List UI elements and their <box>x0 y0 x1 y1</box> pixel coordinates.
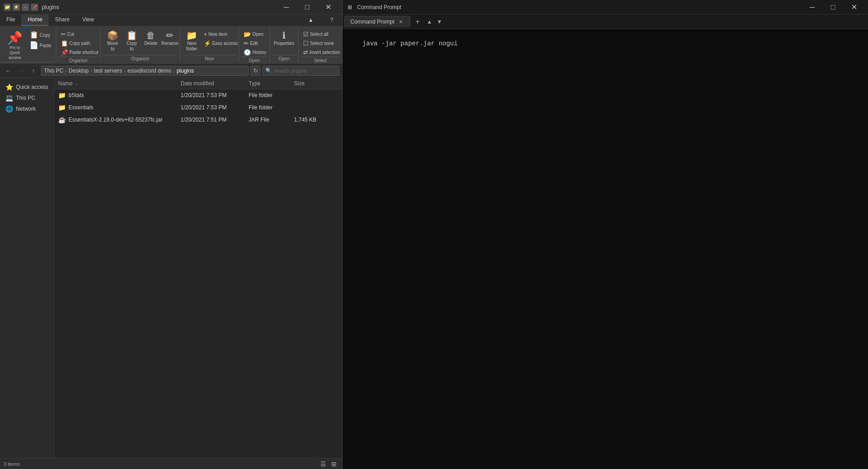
maximize-button[interactable]: □ <box>297 0 318 15</box>
close-button[interactable]: ✕ <box>318 0 338 15</box>
tab-share[interactable]: Share <box>49 15 76 26</box>
file-name-cell: 📁 bStats <box>54 90 177 100</box>
paste-button[interactable]: 📄 Paste <box>28 40 53 50</box>
edit-button[interactable]: ✏ Edit <box>242 39 260 48</box>
ribbon: 📌 Pin to Quick access 📋 Copy 📄 Paste Cli… <box>0 26 342 64</box>
col-size-header[interactable]: Size <box>290 79 327 88</box>
clipboard-group: 📌 Pin to Quick access 📋 Copy 📄 Paste Cli… <box>0 28 56 61</box>
delete-button[interactable]: 🗑 Delete <box>142 30 160 47</box>
folder-icon-small: 📁 <box>4 4 11 11</box>
new-folder-button[interactable]: 📁 New folder <box>183 30 201 53</box>
cmd-tab-add[interactable]: + <box>412 16 423 27</box>
organize-actions-label: Organize <box>103 55 177 61</box>
open-buttons: 📂 Open ✏ Edit 🕐 History <box>242 28 267 57</box>
open-button[interactable]: 📂 Open <box>242 30 265 39</box>
file-name-cell: 📁 Essentials <box>54 103 177 112</box>
file-type-cell: File folder <box>245 91 290 100</box>
sidebar-item-this-pc[interactable]: 💻 This PC <box>0 93 54 103</box>
quick-access-icon: ⭐ <box>13 4 20 11</box>
history-button[interactable]: 🕐 History <box>242 48 268 57</box>
copy-path-icon: 📋 <box>61 40 68 47</box>
forward-button[interactable]: → <box>15 65 26 76</box>
breadcrumb-this-pc[interactable]: This PC <box>44 68 64 74</box>
easy-access-icon: ⚡ <box>204 40 211 47</box>
select-group: ☑ Select all ☐ Select none ⇄ Invert sele… <box>299 28 342 61</box>
breadcrumb-desktop[interactable]: Desktop <box>69 68 88 74</box>
file-name-cell: ☕ EssentialsX-2.19.0-dev+62-55237fc.jar <box>54 115 177 125</box>
cmd-content[interactable]: java -jar paper.jar nogui <box>343 29 868 469</box>
details-view-button[interactable]: ☰ <box>319 459 328 469</box>
back-icon: ← <box>22 4 29 11</box>
sidebar: ⭐ Quick access 💻 This PC 🌐 Network <box>0 78 54 458</box>
select-all-button[interactable]: ☑ Select all <box>301 30 330 39</box>
table-row[interactable]: 📁 bStats 1/20/2021 7:53 PM File folder <box>54 89 342 102</box>
open-label: Open <box>242 57 267 63</box>
view-controls: ☰ ⊞ <box>319 459 338 469</box>
search-box[interactable]: 🔍 Search plugins <box>262 66 339 76</box>
cmd-tab-prev[interactable]: ▲ <box>425 17 434 26</box>
cmd-tab-close[interactable]: ✕ <box>397 18 404 25</box>
table-row[interactable]: 📁 Essentials 1/20/2021 7:53 PM File fold… <box>54 102 342 114</box>
copy-path-button[interactable]: 📋 Copy path <box>59 39 92 48</box>
breadcrumb-essxdiscord[interactable]: essxdiscord demo <box>128 68 172 74</box>
copy-to-button[interactable]: 📋 Copy to <box>123 30 141 53</box>
easy-access-button[interactable]: ⚡ Easy access <box>202 39 240 48</box>
breadcrumb-plugins[interactable]: plugins <box>177 68 194 74</box>
quick-access-icon: ⭐ <box>5 83 13 91</box>
sidebar-item-network[interactable]: 🌐 Network <box>0 103 54 114</box>
col-date-header[interactable]: Date modified <box>177 79 245 88</box>
copy-button[interactable]: 📋 Copy <box>28 30 53 40</box>
cut-button[interactable]: ✂ Cut <box>59 30 76 39</box>
new-item-icon: + <box>204 31 207 38</box>
file-size-cell <box>290 106 327 109</box>
rename-button[interactable]: ✏ Rename <box>161 30 179 47</box>
cmd-minimize-button[interactable]: ─ <box>802 0 823 15</box>
ribbon-help-button[interactable]: ? <box>321 14 342 26</box>
new-label: New <box>183 55 236 61</box>
col-type-header[interactable]: Type <box>245 79 290 88</box>
cmd-maximize-button[interactable]: □ <box>823 0 843 15</box>
paste-shortcut-button[interactable]: 📌 Paste shortcut <box>59 48 100 57</box>
up-button[interactable]: ↑ <box>28 65 39 76</box>
cmd-window: ⊞ Command Prompt ─ □ ✕ Command Prompt ✕ … <box>343 0 868 469</box>
address-path[interactable]: This PC › Desktop › test servers › essxd… <box>41 66 249 76</box>
move-to-button[interactable]: 📦 Move to <box>103 30 122 53</box>
breadcrumb-test-servers[interactable]: test servers <box>94 68 122 74</box>
new-item-button[interactable]: + New item <box>202 30 240 39</box>
sep1: › <box>65 68 67 73</box>
col-name-header[interactable]: Name ⌄ <box>54 79 177 88</box>
organize-action-buttons: 📦 Move to 📋 Copy to 🗑 Delete ✏ Rename <box>103 28 177 55</box>
file-type-cell: File folder <box>245 103 290 112</box>
open-group: 📂 Open ✏ Edit 🕐 History Open <box>239 28 270 61</box>
ribbon-collapse-button[interactable]: ▲ <box>300 14 321 26</box>
cmd-title-controls: ─ □ ✕ <box>802 0 864 15</box>
search-icon: 🔍 <box>265 68 272 73</box>
cmd-tab-next[interactable]: ▼ <box>435 17 444 26</box>
back-button[interactable]: ← <box>3 65 14 76</box>
cmd-close-button[interactable]: ✕ <box>843 0 864 15</box>
new-col: + New item ⚡ Easy access <box>202 30 240 48</box>
properties-button[interactable]: ℹ Properties <box>273 30 295 47</box>
cmd-text: java -jar paper.jar nogui <box>363 40 458 47</box>
cmd-tab[interactable]: Command Prompt ✕ <box>344 16 410 27</box>
refresh-button[interactable]: ↻ <box>250 66 260 76</box>
organize-label: Organize <box>59 57 98 63</box>
table-row[interactable]: ☕ EssentialsX-2.19.0-dev+62-55237fc.jar … <box>54 114 342 126</box>
paste-shortcut-icon: 📌 <box>61 49 68 56</box>
organize-buttons: ✂ Cut 📋 Copy path 📌 Paste shortcut <box>59 28 98 57</box>
large-icons-view-button[interactable]: ⊞ <box>329 459 338 469</box>
cmd-title-bar: ⊞ Command Prompt ─ □ ✕ <box>343 0 868 15</box>
sidebar-item-quick-access[interactable]: ⭐ Quick access <box>0 82 54 93</box>
tab-view[interactable]: View <box>76 15 100 26</box>
select-none-button[interactable]: ☐ Select none <box>301 39 336 48</box>
select-label: Select <box>301 57 339 63</box>
new-buttons: 📁 New folder + New item ⚡ Easy access <box>183 28 236 55</box>
tab-file[interactable]: File <box>0 15 21 26</box>
select-buttons: ☑ Select all ☐ Select none ⇄ Invert sele… <box>301 28 339 57</box>
pin-button[interactable]: 📌 Pin to Quick access <box>3 30 27 62</box>
tab-home[interactable]: Home <box>21 15 49 26</box>
copy-to-icon: 📋 <box>126 31 137 40</box>
invert-selection-button[interactable]: ⇄ Invert selection <box>301 48 342 57</box>
minimize-button[interactable]: ─ <box>276 0 297 15</box>
cmd-tab-bar: Command Prompt ✕ + ▲ ▼ <box>343 15 868 29</box>
